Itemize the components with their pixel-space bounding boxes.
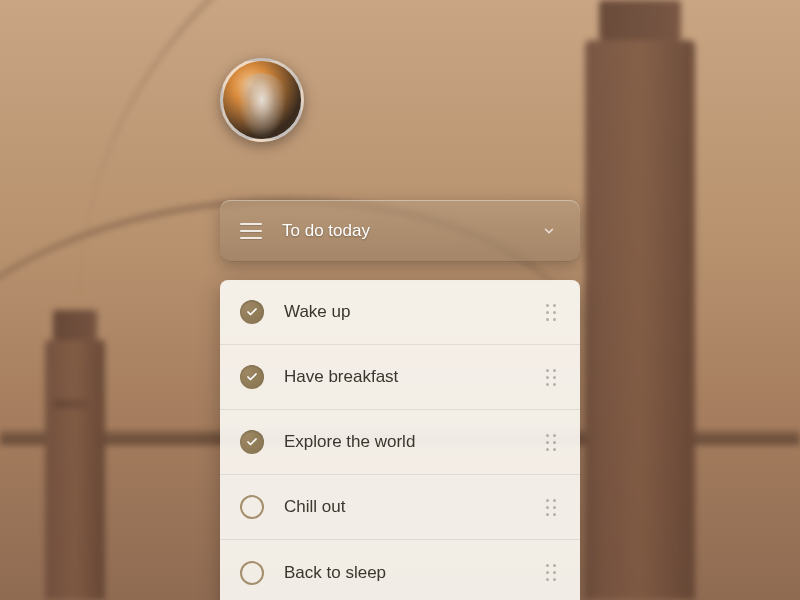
- list-item[interactable]: Have breakfast: [220, 345, 580, 410]
- list-item[interactable]: Wake up: [220, 280, 580, 345]
- todo-list: Wake up Have breakfast Explore the world…: [220, 280, 580, 600]
- list-selector[interactable]: To do today: [220, 200, 580, 262]
- checkbox-checked[interactable]: [240, 365, 264, 389]
- list-title: To do today: [282, 221, 542, 241]
- drag-handle-icon[interactable]: [546, 304, 560, 321]
- menu-icon[interactable]: [240, 223, 262, 239]
- task-label: Chill out: [284, 497, 546, 517]
- chevron-down-icon: [542, 224, 556, 238]
- avatar[interactable]: [220, 58, 304, 142]
- checkbox-unchecked[interactable]: [240, 495, 264, 519]
- drag-handle-icon[interactable]: [546, 434, 560, 451]
- checkbox-checked[interactable]: [240, 300, 264, 324]
- task-label: Back to sleep: [284, 563, 546, 583]
- drag-handle-icon[interactable]: [546, 499, 560, 516]
- task-label: Wake up: [284, 302, 546, 322]
- task-label: Have breakfast: [284, 367, 546, 387]
- checkbox-unchecked[interactable]: [240, 561, 264, 585]
- drag-handle-icon[interactable]: [546, 564, 560, 581]
- list-item[interactable]: Back to sleep: [220, 540, 580, 600]
- list-item[interactable]: Explore the world: [220, 410, 580, 475]
- checkbox-checked[interactable]: [240, 430, 264, 454]
- list-item[interactable]: Chill out: [220, 475, 580, 540]
- drag-handle-icon[interactable]: [546, 369, 560, 386]
- task-label: Explore the world: [284, 432, 546, 452]
